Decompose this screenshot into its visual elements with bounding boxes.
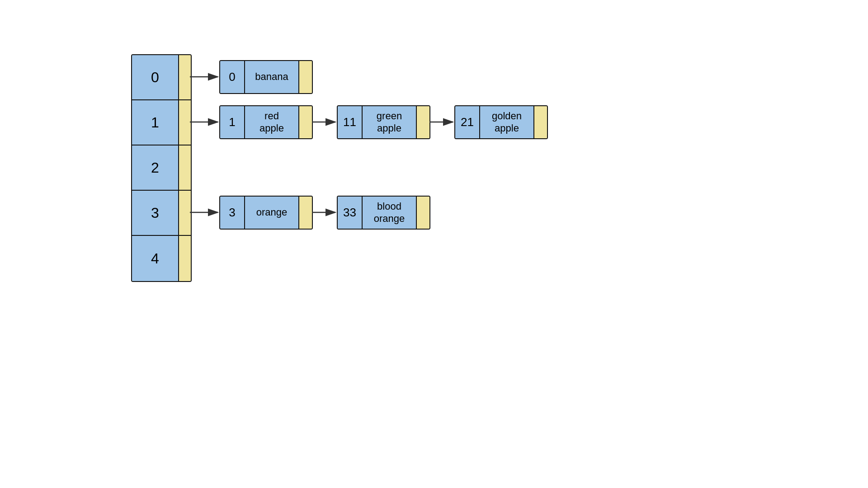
array-index-1: 1 <box>132 100 178 145</box>
node-value-orange: orange <box>245 197 299 229</box>
array-cell-0: 0 <box>132 55 191 100</box>
array-cell-3: 3 <box>132 191 191 236</box>
array-cell-1: 1 <box>132 100 191 145</box>
array-index-3: 3 <box>132 191 178 235</box>
node-value-red-apple: redapple <box>245 106 299 138</box>
node-3-1: 33 bloodorange <box>337 196 430 230</box>
node-1-0: 1 redapple <box>219 105 313 139</box>
array-index-0: 0 <box>132 55 178 99</box>
node-key-3: 3 <box>220 197 245 229</box>
array-pointer-0 <box>178 55 191 99</box>
node-key-21: 21 <box>455 106 480 138</box>
array-pointer-2 <box>178 145 191 190</box>
node-next-1-1 <box>417 106 429 138</box>
node-value-green-apple: greenapple <box>363 106 417 138</box>
node-next-3-0 <box>299 197 312 229</box>
array-cell-4: 4 <box>132 236 191 281</box>
node-key-1: 1 <box>220 106 245 138</box>
array-pointer-3 <box>178 191 191 235</box>
node-value-banana: banana <box>245 61 299 93</box>
node-value-blood-orange: bloodorange <box>363 197 417 229</box>
node-1-1: 11 greenapple <box>337 105 430 139</box>
array-pointer-4 <box>178 236 191 281</box>
node-key-33: 33 <box>338 197 363 229</box>
node-value-golden-apple: goldenapple <box>480 106 534 138</box>
node-next-1-0 <box>299 106 312 138</box>
node-key-11: 11 <box>338 106 363 138</box>
node-next-1-2 <box>534 106 547 138</box>
node-next-0 <box>299 61 312 93</box>
node-0-0: 0 banana <box>219 60 313 94</box>
node-3-0: 3 orange <box>219 196 313 230</box>
node-key-0: 0 <box>220 61 245 93</box>
node-next-3-1 <box>417 197 429 229</box>
array-index-2: 2 <box>132 145 178 190</box>
hash-array: 0 1 2 3 4 <box>131 54 192 282</box>
node-1-2: 21 goldenapple <box>454 105 548 139</box>
array-index-4: 4 <box>132 236 178 281</box>
array-cell-2: 2 <box>132 145 191 191</box>
arrows-svg <box>131 54 538 325</box>
array-pointer-1 <box>178 100 191 145</box>
